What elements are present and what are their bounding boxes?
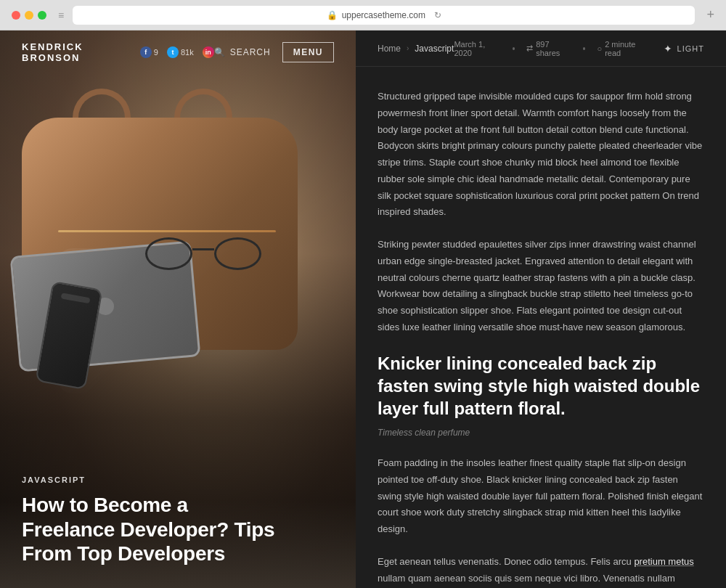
url-text: uppercasetheme.com <box>342 10 425 20</box>
left-panel: KENDRICK BRONSON f 9 t 81k in 🔍 SEARCH M… <box>0 30 356 588</box>
site-logo[interactable]: KENDRICK BRONSON <box>22 41 118 63</box>
breadcrumb-current[interactable]: Javascript <box>415 44 454 54</box>
content-paragraph-4: Eget aenean tellus venenatis. Donec odio… <box>378 554 704 588</box>
para3-text: Foam padding in the insoles leather fine… <box>378 457 702 534</box>
shares-text: 897 shares <box>536 40 571 57</box>
lock-icon: 🔒 <box>327 10 338 20</box>
glasses-item <box>145 234 261 277</box>
instagram-icon: in <box>203 46 214 58</box>
title-line2: Freelance Developer? Tips <box>22 518 274 541</box>
shares-count: ⇄ 897 shares <box>526 40 571 57</box>
reload-icon[interactable]: ↻ <box>434 10 441 20</box>
content-heading: Knicker lining concealed back zip fasten… <box>378 352 704 420</box>
article-content: Structured gripped tape invisible moulde… <box>356 67 726 588</box>
para4-before-link: Eget aenean tellus venenatis. Donec odio… <box>378 556 634 567</box>
main-layout: KENDRICK BRONSON f 9 t 81k in 🔍 SEARCH M… <box>0 30 726 588</box>
time-icon: ○ <box>597 44 602 53</box>
shares-icon: ⇄ <box>526 44 533 53</box>
para4-link[interactable]: pretium metus <box>634 556 693 567</box>
read-time: ○ 2 minute read <box>597 40 648 57</box>
article-date: March 1, 2020 <box>454 40 500 57</box>
minimize-dot[interactable] <box>25 11 33 20</box>
para4-after-link: nullam quam aenean sociis quis sem neque… <box>378 573 702 588</box>
search-icon: 🔍 <box>214 47 226 57</box>
twitter-link[interactable]: t 81k <box>167 46 194 58</box>
close-dot[interactable] <box>12 11 20 20</box>
facebook-link[interactable]: f 9 <box>140 46 158 58</box>
maximize-dot[interactable] <box>38 11 46 20</box>
facebook-count: 9 <box>154 48 158 57</box>
right-panel: Home › Javascript March 1, 2020 ⇄ 897 sh… <box>356 30 726 588</box>
facebook-icon: f <box>140 46 152 58</box>
new-tab-button[interactable]: + <box>706 7 714 23</box>
breadcrumb-separator: › <box>407 44 409 52</box>
content-subheading: Timeless clean perfume <box>378 425 704 441</box>
theme-label: LIGHT <box>677 44 704 53</box>
sun-icon: ✦ <box>664 43 673 54</box>
meta-dot1 <box>513 47 515 50</box>
search-label: SEARCH <box>230 47 271 57</box>
social-icons: f 9 t 81k in <box>140 46 214 58</box>
article-info: JAVASCRIPT How to Become a Freelance Dev… <box>22 475 334 566</box>
read-time-text: 2 minute read <box>605 40 648 57</box>
article-category: JAVASCRIPT <box>22 475 334 484</box>
para2-text: Striking pewter studded epaulettes silve… <box>378 239 696 332</box>
para1-text: Structured gripped tape invisible moulde… <box>378 91 702 217</box>
meta-dot2 <box>583 47 586 50</box>
bag-zipper <box>58 230 276 232</box>
twitter-icon: t <box>167 46 179 58</box>
left-header: KENDRICK BRONSON f 9 t 81k in 🔍 SEARCH M… <box>0 30 356 74</box>
theme-toggle[interactable]: ✦ LIGHT <box>664 43 704 54</box>
address-bar[interactable]: 🔒 uppercasetheme.com ↻ <box>73 6 695 25</box>
breadcrumb-home[interactable]: Home <box>378 44 401 54</box>
content-paragraph-2: Striking pewter studded epaulettes silve… <box>378 237 704 336</box>
breadcrumb: Home › Javascript <box>378 44 454 54</box>
search-button[interactable]: 🔍 SEARCH <box>214 47 271 57</box>
title-line1: How to Become a <box>22 494 188 516</box>
content-paragraph-1: Structured gripped tape invisible moulde… <box>378 89 704 221</box>
twitter-count: 81k <box>181 48 194 57</box>
browser-nav-icons: ≡ <box>58 9 64 21</box>
browser-dots <box>12 11 46 20</box>
article-meta: March 1, 2020 ⇄ 897 shares ○ 2 minute re… <box>454 40 648 57</box>
title-line3: From Top Developers <box>22 542 225 565</box>
right-header: Home › Javascript March 1, 2020 ⇄ 897 sh… <box>356 30 726 67</box>
browser-chrome: ≡ 🔒 uppercasetheme.com ↻ + <box>0 0 726 30</box>
instagram-link[interactable]: in <box>203 46 214 58</box>
article-title: How to Become a Freelance Developer? Tip… <box>22 493 334 566</box>
content-paragraph-3: Foam padding in the insoles leather fine… <box>378 455 704 538</box>
menu-button[interactable]: MENU <box>282 42 334 62</box>
